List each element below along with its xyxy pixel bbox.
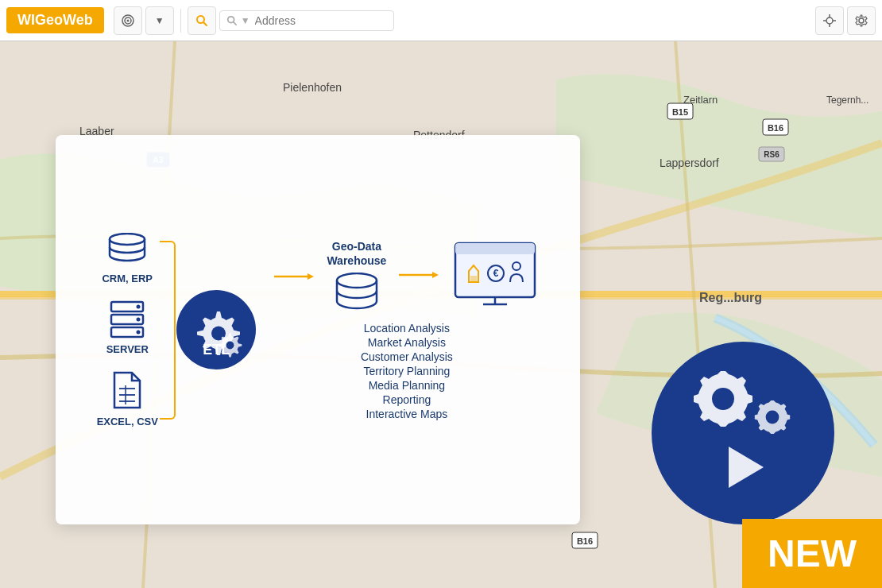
svg-text:Tegernh...: Tegernh... [826, 95, 868, 106]
layers-button[interactable] [114, 6, 142, 35]
arrow-icon-right [399, 269, 439, 280]
svg-marker-53 [432, 272, 439, 278]
output-location: Location Analysis [364, 322, 450, 335]
server-source: SERVER [106, 299, 149, 355]
crm-erp-source: CRM, ERP [102, 233, 153, 284]
data-sources-column: CRM, ERP SERVER EXCE [97, 233, 158, 427]
svg-point-41 [137, 317, 141, 321]
arrow-etl-to-warehouse [274, 271, 314, 282]
output-market: Market Analysis [368, 336, 446, 349]
output-media: Media Planning [369, 379, 446, 392]
search-container: ▼ [219, 10, 394, 31]
svg-point-62 [712, 388, 734, 410]
output-customer: Customer Analysis [361, 350, 453, 363]
svg-point-26 [126, 19, 129, 21]
play-triangle-icon [714, 439, 772, 496]
gear-play-button[interactable] [652, 342, 834, 524]
output-list: Location Analysis Market Analysis Custom… [361, 322, 453, 420]
address-search-input[interactable] [255, 14, 382, 27]
app-logo: WIGeoWeb [6, 7, 104, 33]
svg-text:B16: B16 [768, 123, 783, 133]
svg-text:€: € [493, 268, 499, 279]
search-small-icon [226, 15, 238, 26]
geo-database-icon [333, 273, 381, 314]
svg-text:RS6: RS6 [764, 150, 779, 159]
warehouse-monitor-row: Geo-Data Warehouse [274, 239, 539, 314]
geo-warehouse-container: Geo-Data Warehouse [327, 239, 386, 314]
search-icon-button[interactable] [188, 6, 216, 35]
pipeline-section: Geo-Data Warehouse [274, 239, 539, 420]
svg-text:Lappersdorf: Lappersdorf [660, 157, 719, 169]
monitor-icon: € [451, 239, 539, 311]
gps-button[interactable] [815, 6, 844, 35]
info-card: CRM, ERP SERVER EXCE [56, 135, 580, 524]
server-icon [106, 299, 148, 338]
output-interactive-maps: Interactive Maps [366, 408, 448, 420]
svg-point-63 [766, 411, 779, 424]
svg-rect-55 [455, 243, 535, 254]
excel-csv-source: EXCEL, CSV [97, 369, 158, 427]
etl-column: ETL [176, 290, 256, 369]
play-button-area[interactable] [714, 439, 772, 499]
svg-point-42 [137, 330, 141, 334]
svg-marker-50 [308, 273, 314, 280]
database-icon [106, 233, 148, 268]
svg-text:Reg...burg: Reg...burg [699, 291, 762, 304]
monitor-display: € [451, 239, 539, 314]
server-label: SERVER [106, 343, 149, 355]
gears-play-icon [679, 367, 807, 439]
svg-marker-64 [729, 447, 764, 488]
crm-erp-label: CRM, ERP [102, 273, 153, 284]
svg-text:Zeitlarn: Zeitlarn [683, 94, 718, 106]
svg-rect-56 [470, 276, 477, 282]
svg-point-51 [337, 273, 377, 288]
dropdown-button[interactable]: ▼ [145, 6, 174, 35]
arrow-icon-left [274, 271, 314, 282]
toolbar: WIGeoWeb ▼ ▼ [0, 0, 882, 41]
svg-text:B16: B16 [577, 536, 593, 546]
geo-warehouse-title: Geo-Data Warehouse [327, 239, 386, 268]
new-badge: NEW [742, 519, 882, 588]
svg-text:Pielenhofen: Pielenhofen [283, 81, 342, 94]
bracket-decoration [160, 241, 176, 420]
spreadsheet-icon [106, 369, 148, 411]
etl-circle[interactable]: ETL [176, 290, 256, 369]
settings-button[interactable] [847, 6, 876, 35]
output-reporting: Reporting [383, 393, 431, 406]
arrow-warehouse-to-monitor [399, 269, 439, 284]
svg-line-28 [203, 22, 207, 25]
excel-csv-label: EXCEL, CSV [97, 416, 158, 427]
svg-point-36 [110, 234, 145, 245]
svg-point-31 [826, 17, 833, 24]
svg-line-30 [233, 21, 236, 25]
svg-point-40 [137, 304, 141, 308]
etl-text-label: ETL [203, 342, 230, 358]
svg-text:B15: B15 [672, 107, 688, 117]
output-territory: Territory Planning [363, 365, 450, 377]
